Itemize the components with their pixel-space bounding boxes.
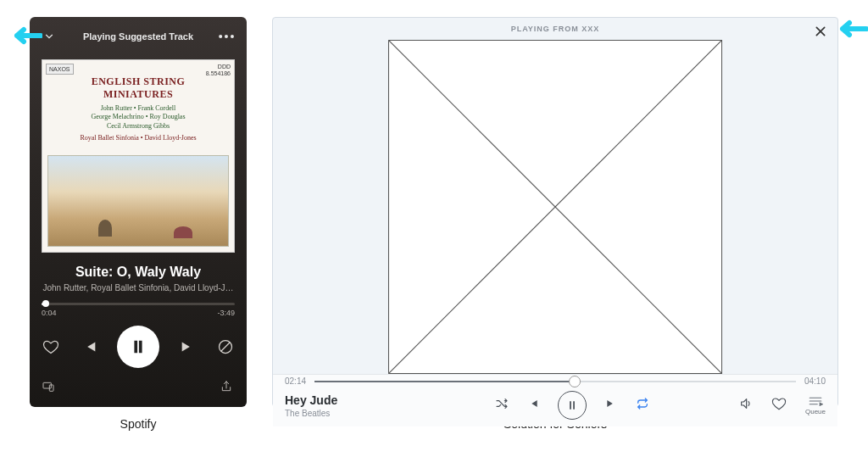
progress-row: 02:14 04:10 [285,375,826,386]
context-label: PLAYING FROM XXX [273,18,837,36]
skip-next-icon [179,337,198,356]
progress-section: 0:04 -3:49 [42,303,235,317]
queue-icon [808,396,823,406]
album-performers: Royal Ballet Sinfonia • David Lloyd-Jone… [42,134,234,142]
close-icon [814,25,827,38]
time-elapsed: 0:04 [42,309,57,317]
next-button[interactable] [179,337,198,356]
more-options-button[interactable]: ••• [220,29,235,44]
album-publisher: NAXOS [46,64,74,75]
bottom-controls [42,380,235,395]
time-remaining: -3:49 [217,309,235,317]
time-duration: 04:10 [804,376,826,386]
album-composers: John Rutter • Frank Cordell George Melac… [42,104,234,131]
skip-next-icon [605,398,617,410]
close-button[interactable] [814,25,827,42]
share-button[interactable] [220,380,235,395]
track-artist: John Rutter, Royal Ballet Sinfonia, Davi… [42,283,235,293]
previous-button[interactable] [80,337,98,356]
main-row: Hey Jude The Beatles [285,391,826,420]
play-pause-button[interactable] [558,391,587,420]
track-title: Hey Jude [285,393,437,407]
pause-icon [129,337,147,356]
heart-icon [771,396,787,411]
placeholder-x-icon [389,41,721,373]
progress-fill [314,381,575,382]
album-painting [47,155,229,247]
block-icon [217,338,234,355]
repeat-button[interactable] [636,397,649,414]
caption-spotify: Spotify [30,417,247,431]
chevron-down-icon [43,31,55,42]
playback-controls [42,326,235,368]
track-info: Hey Jude The Beatles [285,393,437,418]
devices-icon [42,380,55,393]
art-container [273,36,837,374]
queue-button[interactable]: Queue [805,396,826,415]
track-artist: The Beatles [285,409,437,418]
progress-thumb[interactable] [42,300,49,307]
block-button[interactable] [216,337,235,356]
heart-icon [42,338,59,355]
pause-icon [566,399,578,411]
control-bar: 02:14 04:10 Hey Jude The Beatles [273,374,837,426]
shuffle-icon [495,397,509,410]
like-button[interactable] [42,337,60,356]
annotation-arrow-right [834,19,868,39]
spotify-header: Playing Suggested Track ••• [42,29,235,44]
shuffle-button[interactable] [495,397,509,414]
repeat-icon [636,397,649,410]
next-button[interactable] [605,398,617,413]
devices-button[interactable] [42,380,57,395]
right-controls: Queue [707,396,826,415]
volume-icon [739,397,753,410]
like-button[interactable] [771,396,787,415]
center-controls [437,391,707,420]
progress-bar[interactable] [42,303,235,305]
volume-button[interactable] [739,397,753,414]
skip-previous-icon [80,337,98,356]
album-title: ENGLISH STRING MINIATURES [42,75,234,101]
svg-rect-1 [43,382,51,388]
context-label: Playing Suggested Track [57,31,220,42]
more-icon: ••• [219,31,236,42]
spotify-player: Playing Suggested Track ••• NAXOS DDD 8.… [30,17,247,407]
queue-label: Queue [805,408,826,415]
album-catalog: DDD 8.554186 [206,64,231,76]
annotation-arrow-left [8,25,42,46]
play-pause-button[interactable] [117,326,159,368]
album-art[interactable]: NAXOS DDD 8.554186 ENGLISH STRING MINIAT… [42,59,235,253]
time-elapsed: 02:14 [285,376,306,386]
track-info: Suite: O, Waly Waly John Rutter, Royal B… [42,265,235,293]
progress-bar[interactable] [314,381,796,382]
share-icon [220,380,233,393]
track-title: Suite: O, Waly Waly [42,265,235,280]
skip-previous-icon [527,398,539,410]
album-art-placeholder [388,40,722,374]
previous-button[interactable] [527,398,539,413]
seniors-player: PLAYING FROM XXX 02:14 04:10 [272,17,838,407]
progress-thumb[interactable] [569,376,581,387]
collapse-button[interactable] [42,29,57,44]
